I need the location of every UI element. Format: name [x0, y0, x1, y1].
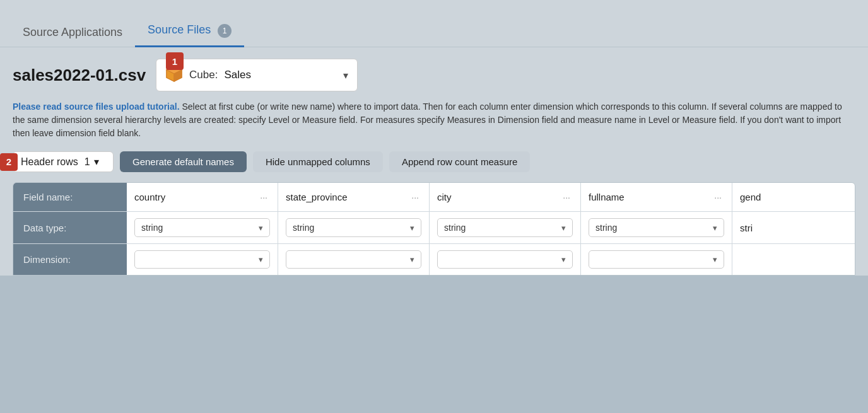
dimension-cell-2[interactable]: ▾ [430, 244, 581, 275]
data-type-cell-partial: stri [732, 212, 783, 243]
field-name-cell-partial: gend [732, 183, 783, 211]
data-table: Field name: country ··· state_province ·… [13, 182, 855, 276]
data-type-value-partial: stri [740, 223, 753, 233]
field-name-cell-2: city ··· [430, 183, 581, 211]
field-name-cell-0: country ··· [127, 183, 278, 211]
header-rows-label: Header rows [21, 156, 78, 168]
step1-badge: 1 [166, 52, 184, 70]
field-options-btn-1[interactable]: ··· [409, 191, 421, 204]
main-content: sales2022-01.csv 1 Cube: Sales ▾ Please … [0, 47, 868, 276]
dimension-select-0[interactable]: ▾ [134, 250, 270, 269]
cube-value: Sales [224, 69, 337, 81]
dimension-select-1[interactable]: ▾ [286, 250, 421, 269]
field-name-value-0: country [134, 192, 257, 202]
field-name-value-1: state_province [286, 192, 409, 202]
table-row-dimension: Dimension: ▾ ▾ ▾ [13, 244, 855, 275]
field-name-cell-1: state_province ··· [278, 183, 430, 211]
data-type-cell-2[interactable]: string ▾ [430, 212, 581, 243]
tab-source-files[interactable]: Source Files 1 [135, 17, 244, 47]
step2-badge: 2 [0, 153, 18, 171]
table-row-data-type: Data type: string ▾ string ▾ string [13, 212, 855, 244]
field-name-value-partial: gend [740, 192, 761, 202]
data-type-arrow-0-icon: ▾ [259, 223, 263, 233]
data-type-select-1[interactable]: string ▾ [286, 218, 421, 237]
filename: sales2022-01.csv [13, 66, 146, 85]
dimension-row-label: Dimension: [13, 244, 127, 275]
tab-source-applications-label: Source Applications [23, 26, 122, 38]
header-rows-arrow-icon: ▾ [94, 156, 99, 168]
tab-source-files-label: Source Files [148, 23, 211, 36]
header-rows-select[interactable]: 1 ▾ [85, 156, 99, 168]
cube-label: Cube: [189, 69, 218, 81]
tabs-bar: Source Applications Source Files 1 [0, 0, 868, 47]
dimension-arrow-0-icon: ▾ [259, 255, 263, 264]
data-type-cell-1[interactable]: string ▾ [278, 212, 430, 243]
field-options-btn-3[interactable]: ··· [712, 191, 724, 204]
append-row-count-measure-button[interactable]: Append row count measure [389, 151, 530, 172]
file-header-row: sales2022-01.csv 1 Cube: Sales ▾ [13, 59, 855, 91]
description-text: Please read source files upload tutorial… [13, 100, 845, 140]
data-type-arrow-3-icon: ▾ [713, 223, 717, 233]
tab-source-applications[interactable]: Source Applications [10, 20, 135, 47]
source-files-badge: 1 [218, 24, 232, 38]
dimension-cell-0[interactable]: ▾ [127, 244, 278, 275]
data-type-cell-3[interactable]: string ▾ [581, 212, 732, 243]
table-row-field-name: Field name: country ··· state_province ·… [13, 183, 855, 212]
cube-dropdown-arrow-icon: ▾ [343, 69, 348, 81]
field-name-cell-3: fullname ··· [581, 183, 732, 211]
tutorial-link[interactable]: Please read source files upload tutorial… [13, 102, 180, 112]
data-type-arrow-1-icon: ▾ [410, 223, 414, 233]
dimension-select-2[interactable]: ▾ [437, 250, 573, 269]
field-options-btn-2[interactable]: ··· [560, 191, 573, 204]
toolbar-row: 2 Header rows 1 ▾ Generate default names… [13, 151, 855, 172]
data-type-select-0[interactable]: string ▾ [134, 218, 270, 237]
hide-unmapped-columns-button[interactable]: Hide unmapped columns [253, 151, 383, 172]
field-name-value-2: city [437, 192, 560, 202]
field-options-btn-0[interactable]: ··· [257, 191, 270, 204]
dimension-select-3[interactable]: ▾ [589, 250, 724, 269]
data-type-arrow-2-icon: ▾ [561, 223, 566, 233]
data-type-select-3[interactable]: string ▾ [589, 218, 724, 237]
data-type-select-2[interactable]: string ▾ [437, 218, 573, 237]
dimension-arrow-1-icon: ▾ [410, 255, 414, 264]
header-rows-control: Header rows 1 ▾ [13, 151, 114, 172]
dimension-arrow-3-icon: ▾ [713, 255, 717, 264]
field-name-row-label: Field name: [13, 183, 127, 211]
dimension-cell-3[interactable]: ▾ [581, 244, 732, 275]
dimension-arrow-2-icon: ▾ [561, 255, 566, 264]
generate-default-names-button[interactable]: Generate default names [120, 151, 247, 172]
data-type-cell-0[interactable]: string ▾ [127, 212, 278, 243]
header-rows-value: 1 [85, 156, 90, 168]
dimension-cell-partial [732, 244, 783, 275]
field-name-value-3: fullname [589, 192, 712, 202]
data-type-row-label: Data type: [13, 212, 127, 243]
dimension-cell-1[interactable]: ▾ [278, 244, 430, 275]
cube-selector[interactable]: Cube: Sales ▾ [156, 59, 358, 91]
